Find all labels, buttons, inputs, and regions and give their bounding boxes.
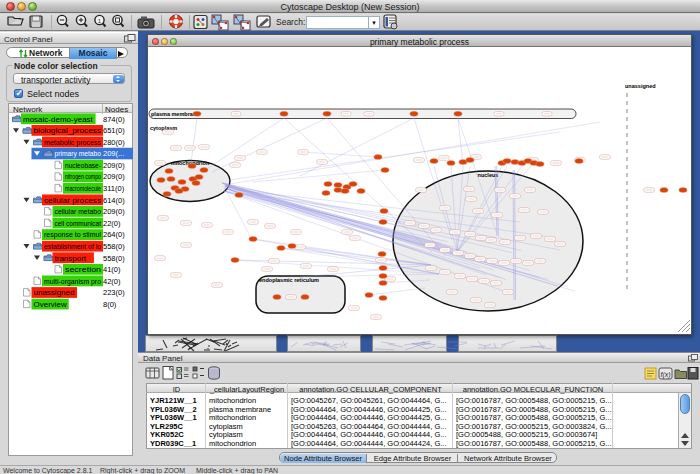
svg-text:209(0): 209(0) [103, 207, 125, 216]
svg-text:unassigned: unassigned [34, 288, 75, 297]
svg-text:nitrogen compo: nitrogen compo [65, 172, 101, 181]
svg-text:22(0): 22(0) [103, 219, 121, 228]
svg-text:secretion: secretion [65, 265, 101, 274]
svg-text:multi-organism pro: multi-organism pro [44, 277, 101, 286]
svg-text:cell communicat: cell communicat [55, 219, 102, 228]
svg-text:651(0): 651(0) [103, 126, 125, 135]
svg-text:nucleobase-: nucleobase- [65, 161, 101, 170]
svg-text:8(0): 8(0) [103, 300, 117, 309]
svg-text:endoplasmic reticulum: endoplasmic reticulum [259, 277, 319, 283]
svg-text:874(0): 874(0) [103, 115, 125, 124]
svg-text:209(0): 209(0) [103, 172, 125, 181]
svg-text:264(0): 264(0) [103, 230, 125, 239]
svg-text:unassigned: unassigned [625, 83, 656, 89]
svg-text:cellular metabo: cellular metabo [55, 207, 102, 216]
svg-text:614(0): 614(0) [103, 196, 125, 205]
svg-text:mosaic-demo-yeast: mosaic-demo-yeast [23, 115, 94, 124]
svg-text:response to stimul: response to stimul [44, 230, 101, 239]
svg-text:311(0): 311(0) [103, 184, 125, 193]
svg-text:biological_process: biological_process [34, 126, 102, 135]
svg-text:metabolic process: metabolic process [44, 138, 101, 147]
svg-text:macromolecule: macromolecule [65, 184, 101, 193]
svg-text:223(0): 223(0) [103, 288, 125, 297]
svg-text:plasma membrane: plasma membrane [151, 111, 199, 117]
svg-text:280(0): 280(0) [103, 138, 125, 147]
svg-text:primary metabo: primary metabo [55, 149, 102, 158]
svg-text:209(...: 209(... [103, 149, 124, 158]
svg-text:558(0): 558(0) [103, 254, 125, 263]
svg-text:establishment of lo: establishment of lo [44, 242, 101, 251]
svg-text:cellular process: cellular process [44, 196, 101, 205]
svg-text:42(0): 42(0) [103, 277, 121, 286]
svg-text:transport: transport [55, 254, 87, 263]
svg-text:558(0): 558(0) [103, 242, 125, 251]
svg-text:Overview: Overview [34, 300, 68, 309]
svg-text:209(0): 209(0) [103, 161, 125, 170]
svg-text:41(0): 41(0) [103, 265, 121, 274]
